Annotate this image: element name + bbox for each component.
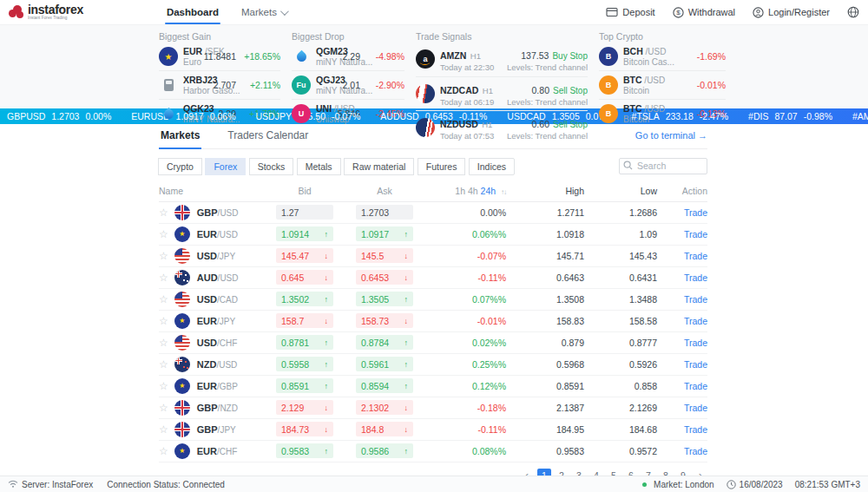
filter-pill[interactable]: Forex — [205, 158, 246, 175]
nav-markets[interactable]: Markets — [241, 0, 286, 24]
col-bid: Bid — [265, 186, 345, 196]
ask-price[interactable]: 0.8594↑ — [356, 378, 413, 393]
filter-pill[interactable]: Crypto — [158, 158, 202, 175]
bid-price[interactable]: 0.645↓ — [276, 270, 333, 285]
asset-price: 2.29 — [343, 51, 360, 62]
crypto-item[interactable]: B BTC /USD Bitcoin -0.01% — [599, 70, 726, 99]
ask-price[interactable]: 0.5961↑ — [356, 357, 413, 371]
period-options[interactable]: 1h 4h — [455, 186, 477, 196]
bid-price[interactable]: 0.9583↑ — [276, 443, 333, 458]
trade-link[interactable]: Trade — [684, 403, 707, 413]
pair-quote: /CHF — [217, 447, 237, 456]
high-value: 1.0918 — [515, 229, 584, 239]
user-icon — [753, 7, 764, 18]
ask-price[interactable]: 0.6453↓ — [356, 270, 413, 285]
trade-link[interactable]: Trade — [684, 229, 707, 239]
trade-link[interactable]: Trade — [684, 424, 707, 435]
filter-pill[interactable]: Futures — [418, 158, 466, 175]
ask-price[interactable]: 158.73↓ — [356, 313, 413, 328]
favorite-star-icon[interactable] — [159, 338, 168, 348]
bid-price[interactable]: 0.8591↑ — [276, 378, 333, 393]
bid-price[interactable]: 0.8781↑ — [276, 335, 333, 350]
signal-item[interactable]: a AMZN H1 Today at 22:30 137.53Buy Stop … — [416, 43, 588, 76]
nav-dashboard[interactable]: Dashboard — [167, 0, 219, 24]
bid-price[interactable]: 1.27 — [276, 205, 333, 220]
ask-price[interactable]: 1.3505↑ — [356, 292, 413, 306]
pair-base: EUR — [197, 229, 217, 239]
favorite-star-icon[interactable] — [159, 294, 168, 305]
ask-price[interactable]: 1.0917↑ — [356, 226, 413, 241]
bid-price[interactable]: 0.5958↑ — [276, 357, 333, 371]
login-register-button[interactable]: Login/Register — [753, 7, 830, 18]
signal-item[interactable]: NZDCAD H1 Today at 06:19 0.80Sell Stop L… — [416, 76, 588, 111]
col-high: High — [515, 186, 584, 196]
bid-price[interactable]: 158.7↓ — [276, 313, 333, 328]
ticker-item: #DIS 87.07 -0.98% — [748, 111, 832, 121]
low-value: 184.68 — [584, 424, 657, 435]
trade-link[interactable]: Trade — [684, 381, 707, 391]
favorite-star-icon[interactable] — [159, 381, 168, 391]
price-direction-icon: ↓ — [404, 273, 409, 282]
drop-item[interactable]: QGM23 miNY Natura... 2.29 -4.98% — [292, 43, 404, 70]
bid-price[interactable]: 2.129↓ — [276, 400, 333, 415]
ticker-price: 1.3505 — [552, 111, 580, 121]
trade-link[interactable]: Trade — [684, 207, 707, 218]
trade-link[interactable]: Trade — [684, 316, 707, 326]
bid-price[interactable]: 1.0914↑ — [276, 226, 333, 241]
favorite-star-icon[interactable] — [159, 272, 168, 283]
go-to-terminal-link[interactable]: Go to terminal → — [635, 130, 707, 148]
filter-pill[interactable]: Stocks — [249, 158, 294, 175]
bid-price[interactable]: 145.47↓ — [276, 248, 333, 263]
gain-item[interactable]: EUR /SEK Euro 11.8481 +18.65% — [159, 43, 280, 70]
bid-price[interactable]: 184.73↓ — [276, 422, 333, 436]
ask-price[interactable]: 145.5↓ — [356, 248, 413, 263]
filter-pill[interactable]: Raw material — [344, 158, 414, 175]
market-filters: Crypto Forex Stocks Metals Raw material … — [159, 157, 707, 174]
ask-price[interactable]: 0.8784↑ — [356, 335, 413, 350]
sort-arrows-icon[interactable]: ↑↓ — [501, 188, 506, 196]
ask-price[interactable]: 0.9586↑ — [356, 443, 413, 458]
trade-link[interactable]: Trade — [684, 338, 707, 348]
table-row: EUR/CHF 0.9583↑ 0.9586↑ 0.08%% 0.9583 0.… — [159, 441, 707, 462]
asset-name: Euro — [183, 57, 199, 68]
tab-markets[interactable]: Markets — [159, 124, 201, 148]
favorite-star-icon[interactable] — [159, 316, 168, 326]
ask-price[interactable]: 184.8↓ — [356, 422, 413, 436]
favorite-star-icon[interactable] — [159, 251, 168, 261]
brand-logo[interactable]: instaforex Instant Forex Trading — [9, 3, 83, 21]
favorite-star-icon[interactable] — [159, 207, 168, 218]
language-selector[interactable] — [847, 6, 859, 18]
withdrawal-button[interactable]: $ Withdrawal — [673, 7, 735, 18]
period-24h-selected[interactable]: 24h — [481, 186, 496, 196]
crypto-item[interactable]: B BCH /USD Bitcoin Cas... -1.69% — [599, 43, 726, 70]
search-box — [619, 157, 707, 174]
currency-flag-icon — [174, 270, 190, 285]
trade-link[interactable]: Trade — [684, 251, 707, 261]
tab-traders-calendar[interactable]: Traders Calendar — [226, 124, 310, 148]
trade-link[interactable]: Trade — [684, 446, 707, 456]
ask-price[interactable]: 1.2703 — [356, 205, 413, 220]
gain-item[interactable]: XRBJ23 Harbor Gaso... 2.707 +2.11% — [159, 70, 280, 99]
trade-link[interactable]: Trade — [684, 294, 707, 305]
favorite-star-icon[interactable] — [159, 446, 168, 456]
asset-change: -2.90% — [366, 80, 404, 90]
asset-icon — [159, 47, 178, 66]
favorite-star-icon[interactable] — [159, 359, 168, 370]
deposit-button[interactable]: Deposit — [606, 7, 654, 17]
app-header: instaforex Instant Forex Trading Dashboa… — [0, 0, 868, 24]
drop-item[interactable]: Fu QGJ23 miNY Natura... 2.01 -2.90% — [292, 70, 404, 99]
favorite-star-icon[interactable] — [159, 424, 168, 435]
bid-price[interactable]: 1.3502↑ — [276, 292, 333, 306]
crypto-name: Bitcoin — [623, 86, 665, 96]
trade-link[interactable]: Trade — [684, 359, 707, 370]
search-icon — [623, 161, 633, 170]
trade-link[interactable]: Trade — [684, 272, 707, 283]
ask-price[interactable]: 2.1302↓ — [356, 400, 413, 415]
favorite-star-icon[interactable] — [159, 229, 168, 239]
currency-flag-icon — [174, 400, 190, 416]
favorite-star-icon[interactable] — [159, 403, 168, 413]
table-row: GBP/NZD 2.129↓ 2.1302↓ -0.18% 2.1387 2.1… — [159, 397, 707, 419]
filter-pill[interactable]: Indices — [469, 158, 515, 175]
filter-pill[interactable]: Metals — [297, 158, 341, 175]
crypto-suffix: /USD — [642, 75, 666, 85]
